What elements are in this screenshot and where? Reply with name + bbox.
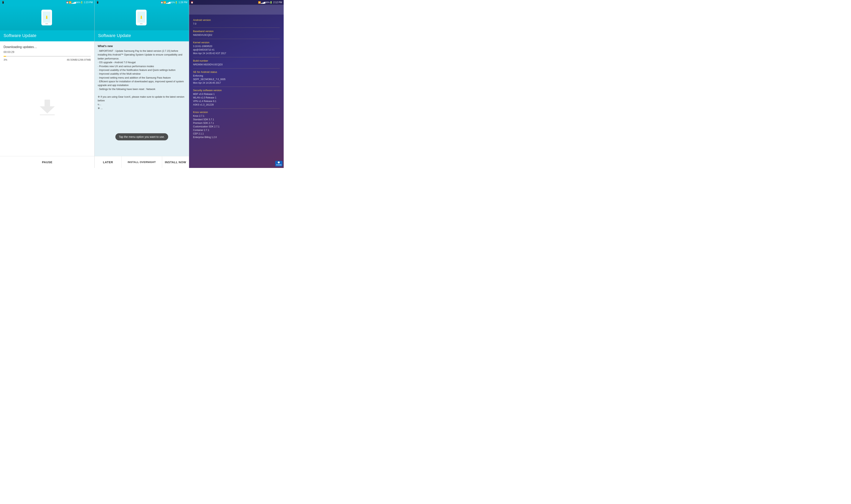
whats-new-title: What's new: [98, 44, 186, 48]
status-wifi: 📶: [69, 1, 71, 4]
arena-badge: Arena: [275, 161, 283, 166]
phone-download-icon: ⬇: [41, 10, 53, 25]
header-banner-p1: ⬇: [0, 5, 94, 30]
about-item-security: Security software version MDF v3.0 Relea…: [193, 87, 280, 109]
about-label-build: Build number: [193, 59, 280, 62]
pause-button[interactable]: PAUSE: [0, 156, 94, 168]
status-icon-phone-p2: 📱: [96, 1, 99, 4]
status-signal: ▂▄▆: [71, 1, 76, 3]
status-alarm-p3: ⏰: [191, 1, 193, 4]
download-percent: 3%: [3, 58, 7, 61]
about-label-kernel: Kernel version: [193, 41, 280, 44]
update-title-p1: Software Update: [3, 33, 91, 38]
about-item-se: SE for Android status EnforcingSEPF_SECM…: [193, 69, 280, 87]
about-content: Android version 7.0 Baseband version N92…: [189, 15, 284, 168]
status-battery-p3: 80%: [265, 1, 270, 3]
update-title-p2: Software Update: [98, 33, 185, 38]
status-bar-panel2: 📱 ⏰ 📶 ▂▄▆ 92% 🔋 1:28 PM: [94, 0, 189, 5]
download-arrow-icon-p2: ⬇: [140, 15, 143, 20]
about-value-se: EnforcingSEPF_SECMOBILE_7.0_0005Mon Apr …: [193, 74, 280, 85]
status-alarm: ⏰: [66, 1, 69, 4]
status-time-p3: 2:12 PM: [273, 1, 282, 4]
about-item-knox: Knox version Knox 2.7.1Standard SDK 5.7.…: [193, 109, 280, 141]
install-now-button[interactable]: INSTALL NOW: [162, 156, 189, 168]
about-item-baseband: Baseband version N920IDVU3CQD2: [193, 28, 280, 39]
about-value-build: NRD90M.N920IDVU3CQD3: [193, 63, 280, 66]
status-wifi-p2: 📶: [163, 1, 166, 4]
download-size-row: 3% 48.50MB/1298.97MB: [3, 58, 91, 61]
panel2-inner: What's new · IMPORTANT : Update Samsung …: [94, 41, 189, 156]
arena-label: Arena: [276, 164, 282, 166]
status-icon-phone: 📱: [2, 1, 4, 4]
big-arrow-area: [3, 63, 91, 152]
footer-bar-p2: LATER INSTALL OVERNIGHT INSTALL NOW: [94, 156, 189, 168]
download-status: Downloading updates…: [3, 45, 91, 49]
about-label-se: SE for Android status: [193, 71, 280, 73]
status-battery-icon-p1: 🔋: [81, 1, 83, 4]
about-label-android: Android version: [193, 18, 280, 21]
status-wifi-p3: 📶: [258, 1, 261, 4]
about-label-baseband: Baseband version: [193, 30, 280, 33]
status-alarm-p2: ⏰: [161, 1, 163, 4]
phone-download-icon-p2: ⬇: [136, 10, 148, 25]
status-battery-icon-p3: 🔋: [270, 1, 272, 4]
update-title-bar-p1: Software Update: [0, 30, 94, 41]
install-overnight-button[interactable]: INSTALL OVERNIGHT: [122, 156, 162, 168]
status-bar-panel1: 📱 ⏰ 📶 ▂▄▆ 96% 🔋 1:23 PM: [0, 0, 94, 5]
about-value-security: MDF v3.0 Release 1WLAN v1.0 Release 1VPN…: [193, 92, 280, 107]
progress-bar-background: [3, 56, 91, 57]
status-signal-p2: ▂▄▆: [166, 1, 171, 3]
status-battery-p1: 96%: [76, 1, 81, 3]
about-label-security: Security software version: [193, 89, 280, 92]
status-bar-panel3: ⏰ 📶 ▂▄▆ 80% 🔋 2:12 PM: [189, 0, 284, 5]
tooltip-overlay: Tap the menu option you want to use.: [115, 133, 168, 140]
footer-bar-p1: PAUSE: [0, 156, 94, 168]
progress-bar-fill: [3, 56, 6, 57]
about-value-kernel: 3.10.61-10809520dpi@SWDG9710 #1Mon Apr 2…: [193, 44, 280, 55]
about-value-knox: Knox 2.7.1Standard SDK 5.7.1Premium SDK …: [193, 114, 280, 139]
status-battery-icon-p2: 🔋: [175, 1, 178, 4]
about-value-baseband: N920IDVU3CQD2: [193, 33, 280, 37]
about-value-android: 7.0: [193, 22, 280, 25]
panel-about-device: ⏰ 📶 ▂▄▆ 80% 🔋 2:12 PM Android version 7.…: [189, 0, 284, 168]
download-arrow-icon: ⬇: [45, 15, 49, 20]
whats-new-body: · IMPORTANT : Update Samsung Pay to the …: [98, 49, 186, 110]
panel-whats-new: 📱 ⏰ 📶 ▂▄▆ 92% 🔋 1:28 PM ⬇ Software Updat…: [94, 0, 189, 168]
panel-downloading: 📱 ⏰ 📶 ▂▄▆ 96% 🔋 1:23 PM ⬇ Software Updat…: [0, 0, 94, 168]
about-item-android: Android version 7.0: [193, 17, 280, 28]
about-item-kernel: Kernel version 3.10.61-10809520dpi@SWDG9…: [193, 39, 280, 57]
header-banner-p2: ⬇: [94, 5, 189, 30]
download-area: Downloading updates… 00:03:29 3% 48.50MB…: [0, 41, 94, 156]
status-battery-p2: 92%: [171, 1, 175, 3]
later-button[interactable]: LATER: [94, 156, 122, 168]
update-title-bar-p2: Software Update: [94, 30, 189, 41]
about-label-knox: Knox version: [193, 111, 280, 113]
panel3-header: [189, 5, 284, 15]
status-time-p1: 1:23 PM: [84, 1, 93, 4]
big-download-arrow: [39, 100, 55, 115]
tooltip-text: Tap the menu option you want to use.: [119, 135, 165, 139]
status-signal-p3: ▂▄▆: [261, 1, 265, 3]
status-time-p2: 1:28 PM: [178, 1, 187, 4]
about-item-build: Build number NRD90M.N920IDVU3CQD3: [193, 57, 280, 69]
download-size: 48.50MB/1298.97MB: [67, 58, 91, 61]
download-timer: 00:03:29: [3, 50, 91, 54]
